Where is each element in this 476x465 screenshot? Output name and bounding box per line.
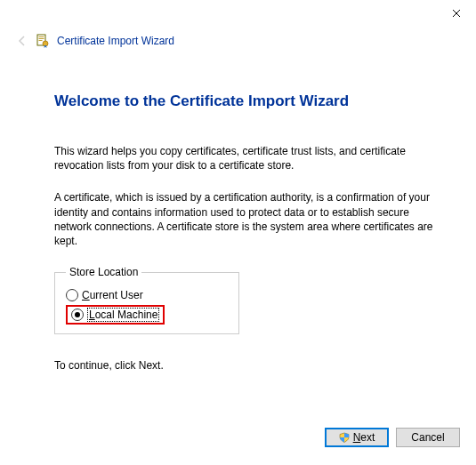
titlebar <box>0 0 476 32</box>
radio-current-user[interactable]: Current User <box>66 289 228 301</box>
continue-message: To continue, click Next. <box>54 359 446 372</box>
radio-local-machine[interactable]: Local Machine <box>71 308 159 322</box>
certificate-wizard-icon <box>36 34 50 48</box>
svg-rect-2 <box>39 38 44 39</box>
svg-rect-1 <box>39 36 44 37</box>
cancel-button-label: Cancel <box>411 431 444 444</box>
wizard-header: Certificate Import Wizard <box>16 34 174 48</box>
certificate-import-wizard-window: Certificate Import Wizard Welcome to the… <box>0 0 476 465</box>
wizard-content: Welcome to the Certificate Import Wizard… <box>54 92 446 382</box>
radio-label: Local Machine <box>87 308 159 322</box>
store-location-group: Store Location Current User Local Machin… <box>54 266 239 334</box>
radio-icon <box>71 309 84 321</box>
next-button[interactable]: Next <box>325 428 389 447</box>
description-1: This wizard helps you copy certificates,… <box>54 144 446 172</box>
cancel-button[interactable]: Cancel <box>396 428 460 447</box>
page-title: Welcome to the Certificate Import Wizard <box>54 92 446 110</box>
radio-label: Current User <box>82 289 143 301</box>
wizard-buttons: Next Cancel <box>325 428 460 447</box>
close-button[interactable] <box>436 0 476 27</box>
close-icon <box>452 9 461 18</box>
description-2: A certificate, which is issued by a cert… <box>54 190 446 248</box>
wizard-header-title: Certificate Import Wizard <box>57 35 174 47</box>
store-location-legend: Store Location <box>66 266 141 278</box>
uac-shield-icon <box>339 432 350 443</box>
radio-local-machine-highlight: Local Machine <box>66 305 165 325</box>
next-button-label: Next <box>353 431 375 444</box>
radio-icon <box>66 289 78 301</box>
back-arrow-icon <box>16 35 28 47</box>
back-button <box>16 35 28 47</box>
svg-rect-3 <box>39 40 43 41</box>
